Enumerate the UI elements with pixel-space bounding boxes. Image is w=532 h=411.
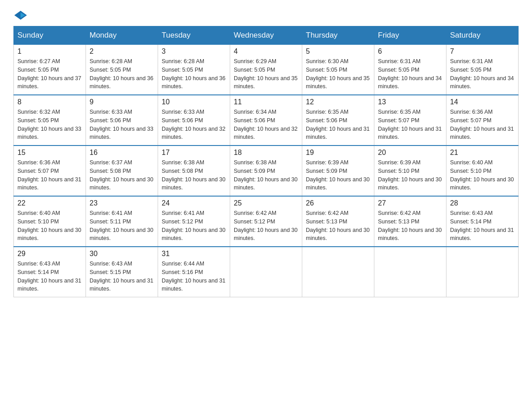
calendar-cell: 20Sunrise: 6:39 AMSunset: 5:10 PMDayligh… <box>374 146 446 196</box>
day-number: 23 <box>90 199 154 207</box>
day-info: Sunrise: 6:33 AMSunset: 5:06 PMDaylight:… <box>162 108 226 141</box>
calendar-week-row: 8Sunrise: 6:32 AMSunset: 5:05 PMDaylight… <box>14 95 519 146</box>
calendar-week-row: 29Sunrise: 6:43 AMSunset: 5:14 PMDayligh… <box>14 247 519 297</box>
day-info: Sunrise: 6:38 AMSunset: 5:09 PMDaylight:… <box>234 158 298 192</box>
day-info: Sunrise: 6:43 AMSunset: 5:15 PMDaylight:… <box>90 260 154 293</box>
day-number: 2 <box>90 47 154 56</box>
calendar-cell: 30Sunrise: 6:43 AMSunset: 5:15 PMDayligh… <box>86 247 158 297</box>
calendar-cell <box>446 247 519 297</box>
calendar-cell: 31Sunrise: 6:44 AMSunset: 5:16 PMDayligh… <box>158 247 230 297</box>
day-info: Sunrise: 6:41 AMSunset: 5:11 PMDaylight:… <box>90 209 154 243</box>
day-number: 11 <box>234 98 298 106</box>
day-info: Sunrise: 6:40 AMSunset: 5:10 PMDaylight:… <box>450 158 515 192</box>
day-number: 28 <box>450 199 515 207</box>
day-info: Sunrise: 6:40 AMSunset: 5:10 PMDaylight:… <box>17 209 82 243</box>
day-number: 5 <box>306 47 370 56</box>
day-number: 7 <box>450 47 515 56</box>
day-number: 12 <box>306 98 370 106</box>
calendar-cell <box>374 247 446 297</box>
calendar-cell: 9Sunrise: 6:33 AMSunset: 5:06 PMDaylight… <box>86 95 158 146</box>
calendar-week-row: 15Sunrise: 6:36 AMSunset: 5:07 PMDayligh… <box>14 146 519 196</box>
day-number: 6 <box>378 47 442 56</box>
day-info: Sunrise: 6:28 AMSunset: 5:05 PMDaylight:… <box>90 57 154 91</box>
day-info: Sunrise: 6:33 AMSunset: 5:06 PMDaylight:… <box>90 108 154 141</box>
calendar-cell: 22Sunrise: 6:40 AMSunset: 5:10 PMDayligh… <box>14 196 86 247</box>
day-info: Sunrise: 6:28 AMSunset: 5:05 PMDaylight:… <box>162 57 226 91</box>
day-info: Sunrise: 6:30 AMSunset: 5:05 PMDaylight:… <box>306 57 370 91</box>
day-number: 4 <box>234 47 298 56</box>
day-info: Sunrise: 6:42 AMSunset: 5:12 PMDaylight:… <box>234 209 298 243</box>
day-number: 9 <box>90 98 154 106</box>
day-info: Sunrise: 6:31 AMSunset: 5:05 PMDaylight:… <box>378 57 442 91</box>
day-number: 26 <box>306 199 370 207</box>
day-number: 15 <box>17 149 82 157</box>
day-number: 13 <box>378 98 442 106</box>
calendar-cell <box>302 247 374 297</box>
calendar-cell: 23Sunrise: 6:41 AMSunset: 5:11 PMDayligh… <box>86 196 158 247</box>
weekday-header-friday: Friday <box>374 26 446 45</box>
weekday-header-row: SundayMondayTuesdayWednesdayThursdayFrid… <box>14 26 519 45</box>
day-number: 31 <box>162 250 226 258</box>
calendar-cell: 8Sunrise: 6:32 AMSunset: 5:05 PMDaylight… <box>14 95 86 146</box>
day-number: 17 <box>162 149 226 157</box>
calendar-cell: 25Sunrise: 6:42 AMSunset: 5:12 PMDayligh… <box>230 196 302 247</box>
day-number: 27 <box>378 199 442 207</box>
page-header <box>13 9 519 21</box>
calendar-cell: 2Sunrise: 6:28 AMSunset: 5:05 PMDaylight… <box>86 45 158 95</box>
calendar-cell: 19Sunrise: 6:39 AMSunset: 5:09 PMDayligh… <box>302 146 374 196</box>
day-info: Sunrise: 6:32 AMSunset: 5:05 PMDaylight:… <box>17 108 82 141</box>
day-number: 25 <box>234 199 298 207</box>
day-number: 10 <box>162 98 226 106</box>
day-info: Sunrise: 6:35 AMSunset: 5:07 PMDaylight:… <box>378 108 442 141</box>
calendar-cell: 13Sunrise: 6:35 AMSunset: 5:07 PMDayligh… <box>374 95 446 146</box>
calendar-cell: 6Sunrise: 6:31 AMSunset: 5:05 PMDaylight… <box>374 45 446 95</box>
calendar-cell: 16Sunrise: 6:37 AMSunset: 5:08 PMDayligh… <box>86 146 158 196</box>
weekday-header-sunday: Sunday <box>14 26 86 45</box>
day-number: 22 <box>17 199 82 207</box>
day-info: Sunrise: 6:43 AMSunset: 5:14 PMDaylight:… <box>450 209 515 243</box>
day-info: Sunrise: 6:42 AMSunset: 5:13 PMDaylight:… <box>378 209 442 243</box>
day-info: Sunrise: 6:39 AMSunset: 5:10 PMDaylight:… <box>378 158 442 192</box>
day-info: Sunrise: 6:27 AMSunset: 5:05 PMDaylight:… <box>17 57 82 91</box>
day-info: Sunrise: 6:29 AMSunset: 5:05 PMDaylight:… <box>234 57 298 91</box>
day-info: Sunrise: 6:36 AMSunset: 5:07 PMDaylight:… <box>17 158 82 192</box>
calendar-cell: 26Sunrise: 6:42 AMSunset: 5:13 PMDayligh… <box>302 196 374 247</box>
weekday-header-tuesday: Tuesday <box>158 26 230 45</box>
logo <box>13 9 27 21</box>
day-number: 24 <box>162 199 226 207</box>
calendar-cell: 17Sunrise: 6:38 AMSunset: 5:08 PMDayligh… <box>158 146 230 196</box>
day-number: 21 <box>450 149 515 157</box>
day-info: Sunrise: 6:43 AMSunset: 5:14 PMDaylight:… <box>17 260 82 293</box>
calendar-week-row: 1Sunrise: 6:27 AMSunset: 5:05 PMDaylight… <box>14 45 519 95</box>
weekday-header-saturday: Saturday <box>446 26 519 45</box>
weekday-header-wednesday: Wednesday <box>230 26 302 45</box>
day-info: Sunrise: 6:37 AMSunset: 5:08 PMDaylight:… <box>90 158 154 192</box>
day-number: 30 <box>90 250 154 258</box>
weekday-header-thursday: Thursday <box>302 26 374 45</box>
calendar-cell: 10Sunrise: 6:33 AMSunset: 5:06 PMDayligh… <box>158 95 230 146</box>
day-info: Sunrise: 6:36 AMSunset: 5:07 PMDaylight:… <box>450 108 515 141</box>
calendar-cell: 24Sunrise: 6:41 AMSunset: 5:12 PMDayligh… <box>158 196 230 247</box>
day-info: Sunrise: 6:42 AMSunset: 5:13 PMDaylight:… <box>306 209 370 243</box>
calendar-cell <box>230 247 302 297</box>
day-info: Sunrise: 6:35 AMSunset: 5:06 PMDaylight:… <box>306 108 370 141</box>
calendar-cell: 27Sunrise: 6:42 AMSunset: 5:13 PMDayligh… <box>374 196 446 247</box>
calendar-week-row: 22Sunrise: 6:40 AMSunset: 5:10 PMDayligh… <box>14 196 519 247</box>
calendar-cell: 18Sunrise: 6:38 AMSunset: 5:09 PMDayligh… <box>230 146 302 196</box>
day-number: 3 <box>162 47 226 56</box>
calendar-cell: 4Sunrise: 6:29 AMSunset: 5:05 PMDaylight… <box>230 45 302 95</box>
day-number: 18 <box>234 149 298 157</box>
calendar-table: SundayMondayTuesdayWednesdayThursdayFrid… <box>13 26 519 297</box>
calendar-cell: 15Sunrise: 6:36 AMSunset: 5:07 PMDayligh… <box>14 146 86 196</box>
day-number: 19 <box>306 149 370 157</box>
calendar-cell: 7Sunrise: 6:31 AMSunset: 5:05 PMDaylight… <box>446 45 519 95</box>
day-info: Sunrise: 6:41 AMSunset: 5:12 PMDaylight:… <box>162 209 226 243</box>
day-info: Sunrise: 6:44 AMSunset: 5:16 PMDaylight:… <box>162 260 226 293</box>
day-number: 1 <box>17 47 82 56</box>
calendar-cell: 5Sunrise: 6:30 AMSunset: 5:05 PMDaylight… <box>302 45 374 95</box>
calendar-cell: 1Sunrise: 6:27 AMSunset: 5:05 PMDaylight… <box>14 45 86 95</box>
calendar-cell: 14Sunrise: 6:36 AMSunset: 5:07 PMDayligh… <box>446 95 519 146</box>
calendar-cell: 11Sunrise: 6:34 AMSunset: 5:06 PMDayligh… <box>230 95 302 146</box>
calendar-cell: 21Sunrise: 6:40 AMSunset: 5:10 PMDayligh… <box>446 146 519 196</box>
day-info: Sunrise: 6:31 AMSunset: 5:05 PMDaylight:… <box>450 57 515 91</box>
